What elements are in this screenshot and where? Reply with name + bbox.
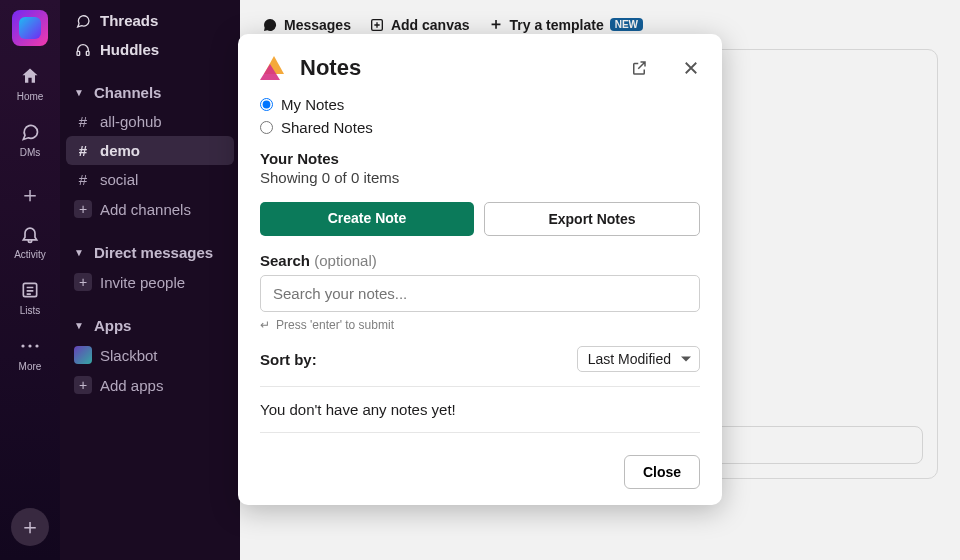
modal-title: Notes [300, 55, 361, 81]
plus-icon: + [74, 200, 92, 218]
channel-sidebar: Threads Huddles ▼Channels #all-gohub #de… [60, 0, 240, 560]
channel-all-gohub[interactable]: #all-gohub [60, 107, 240, 136]
svg-point-1 [21, 344, 24, 347]
more-icon [18, 334, 42, 358]
divider [260, 386, 700, 387]
your-notes-heading: Your Notes [260, 150, 700, 167]
hash-icon: # [74, 113, 92, 130]
svg-rect-4 [77, 51, 80, 55]
list-icon [18, 278, 42, 302]
enter-icon: ↵ [260, 318, 270, 332]
notes-app-icon [260, 54, 288, 82]
sort-select[interactable]: Last Modified [577, 346, 700, 372]
rail-label: Home [17, 91, 44, 102]
sort-value: Last Modified [588, 351, 671, 367]
radio-my-notes[interactable]: My Notes [260, 96, 700, 113]
close-button[interactable]: Close [624, 455, 700, 489]
radio-label: My Notes [281, 96, 344, 113]
caret-down-icon: ▼ [74, 87, 84, 98]
search-label: Search (optional) [260, 252, 700, 269]
rail-item-activity[interactable]: Activity [14, 222, 46, 260]
message-icon [262, 17, 278, 33]
sidebar-label: Invite people [100, 274, 185, 291]
divider [260, 432, 700, 433]
home-icon [18, 64, 42, 88]
radio-label: Shared Notes [281, 119, 373, 136]
rail-item-lists[interactable]: Lists [18, 278, 42, 316]
toolbar-try-template[interactable]: ＋Try a templateNEW [488, 14, 644, 35]
workspace-rail: Home DMs ＋ Activity Lists More ＋ [0, 0, 60, 560]
rail-add-icon[interactable]: ＋ [19, 180, 41, 210]
sidebar-huddles[interactable]: Huddles [60, 35, 240, 64]
channel-label: all-gohub [100, 113, 162, 130]
rail-item-more[interactable]: More [18, 334, 42, 372]
sidebar-section-channels[interactable]: ▼Channels [60, 78, 240, 107]
sidebar-invite-people[interactable]: +Invite people [60, 267, 240, 297]
radio-input[interactable] [260, 98, 273, 111]
rail-label: Activity [14, 249, 46, 260]
sidebar-label: Slackbot [100, 347, 158, 364]
sidebar-label: Huddles [100, 41, 159, 58]
sidebar-label: Threads [100, 12, 158, 29]
export-notes-button[interactable]: Export Notes [484, 202, 700, 236]
notes-scope-radios: My Notes Shared Notes [260, 96, 700, 136]
search-input[interactable] [260, 275, 700, 312]
channel-label: social [100, 171, 138, 188]
sidebar-label: Channels [94, 84, 162, 101]
create-note-button[interactable]: Create Note [260, 202, 474, 236]
toolbar-label: Try a template [510, 17, 604, 33]
sidebar-label: Apps [94, 317, 132, 334]
notes-modal: Notes My Notes Shared Notes Your Notes S… [238, 34, 722, 505]
channel-label: demo [100, 142, 140, 159]
channel-demo[interactable]: #demo [66, 136, 234, 165]
svg-point-2 [28, 344, 31, 347]
toolbar-label: Messages [284, 17, 351, 33]
plus-icon: + [74, 376, 92, 394]
sidebar-add-channel[interactable]: +Add channels [60, 194, 240, 224]
sort-label: Sort by: [260, 351, 317, 368]
search-hint: ↵Press 'enter' to submit [260, 318, 700, 332]
radio-shared-notes[interactable]: Shared Notes [260, 119, 700, 136]
rail-label: More [19, 361, 42, 372]
channel-social[interactable]: #social [60, 165, 240, 194]
canvas-icon [369, 17, 385, 33]
sidebar-section-apps[interactable]: ▼Apps [60, 311, 240, 340]
new-badge: NEW [610, 18, 643, 31]
plus-icon: + [74, 273, 92, 291]
rail-item-dms[interactable]: DMs [18, 120, 42, 158]
toolbar-messages[interactable]: Messages [262, 17, 351, 33]
rail-label: Lists [20, 305, 41, 316]
headphones-icon [74, 42, 92, 58]
rail-item-home[interactable]: Home [17, 64, 44, 102]
toolbar-add-canvas[interactable]: Add canvas [369, 17, 470, 33]
close-icon[interactable] [682, 59, 700, 77]
workspace-switcher[interactable] [12, 10, 48, 46]
sidebar-app-slackbot[interactable]: Slackbot [60, 340, 240, 370]
plus-icon: ＋ [488, 14, 504, 35]
sidebar-label: Add apps [100, 377, 163, 394]
empty-state: You don't have any notes yet! [260, 401, 700, 418]
sidebar-threads[interactable]: Threads [60, 6, 240, 35]
radio-input[interactable] [260, 121, 273, 134]
sidebar-label: Add channels [100, 201, 191, 218]
dm-icon [18, 120, 42, 144]
hash-icon: # [74, 171, 92, 188]
caret-down-icon: ▼ [74, 320, 84, 331]
bell-icon [18, 222, 42, 246]
compose-button[interactable]: ＋ [11, 508, 49, 546]
open-external-icon[interactable] [630, 59, 648, 77]
notes-count: Showing 0 of 0 items [260, 169, 700, 186]
rail-label: DMs [20, 147, 41, 158]
sidebar-label: Direct messages [94, 244, 213, 261]
svg-point-3 [35, 344, 38, 347]
slackbot-icon [74, 346, 92, 364]
sidebar-section-dms[interactable]: ▼Direct messages [60, 238, 240, 267]
caret-down-icon: ▼ [74, 247, 84, 258]
sidebar-add-apps[interactable]: +Add apps [60, 370, 240, 400]
svg-rect-5 [86, 51, 89, 55]
hash-icon: # [74, 142, 92, 159]
toolbar-label: Add canvas [391, 17, 470, 33]
threads-icon [74, 13, 92, 29]
